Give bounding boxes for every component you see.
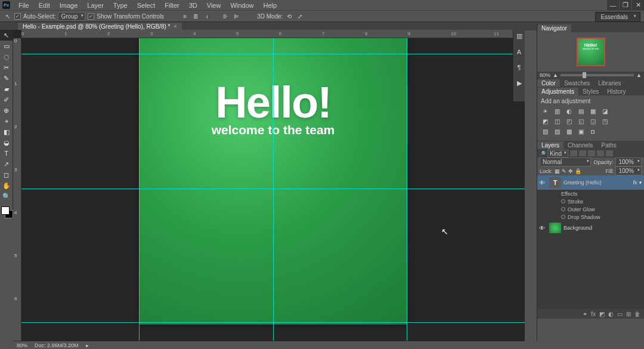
tool-healing[interactable]: ▰	[0, 84, 13, 94]
auto-select-dropdown[interactable]: Group	[58, 12, 85, 21]
menu-layer[interactable]: Layer	[82, 1, 109, 10]
guide-horizontal[interactable]	[21, 54, 525, 54]
tab-styles[interactable]: Styles	[578, 88, 603, 95]
menu-edit[interactable]: Edit	[34, 1, 55, 10]
adjustment-icon[interactable]: ▤	[577, 107, 585, 115]
distribute-icon-2[interactable]: ⊫	[232, 12, 240, 20]
filter-type-icon[interactable]	[588, 150, 595, 156]
fx-icon[interactable]: fx	[591, 311, 596, 317]
adjustment-icon[interactable]: ◰	[565, 117, 573, 125]
lock-trans-icon[interactable]: ▦	[555, 168, 560, 174]
ruler-vertical[interactable]: 0 1 2 3 4 5 6	[13, 38, 21, 341]
adjustment-icon[interactable]: ◱	[577, 117, 585, 125]
status-doc[interactable]: Doc: 2.86M/3.20M	[35, 342, 79, 348]
align-icon-3[interactable]: ⫞	[202, 12, 210, 20]
tool-dodge[interactable]: ◒	[0, 137, 13, 148]
adjustment-icon[interactable]: ◐	[565, 107, 573, 115]
3d-icon-2[interactable]: ⤢	[296, 12, 304, 20]
tab-libraries[interactable]: Libraries	[594, 79, 625, 87]
document-tab[interactable]: Hello - Example.psd @ 80% (Greeting (Hel…	[18, 23, 182, 30]
tab-channels[interactable]: Channels	[564, 141, 597, 149]
workspace-switcher[interactable]: Essentials	[595, 12, 640, 22]
guide-vertical[interactable]	[273, 38, 274, 341]
adjustment-icon[interactable]: ◘	[589, 127, 597, 135]
adjustment-icon[interactable]: ◲	[589, 117, 597, 125]
adjustment-icon[interactable]: ◳	[600, 117, 609, 125]
histogram-icon[interactable]: ▥	[516, 32, 522, 40]
group-icon[interactable]: ▭	[617, 311, 623, 317]
new-layer-icon[interactable]: ⊞	[626, 311, 631, 317]
guide-vertical[interactable]	[407, 38, 407, 341]
layer-name[interactable]: Greeting (Hello)	[564, 180, 602, 186]
filter-adjust-icon[interactable]	[579, 150, 586, 156]
fx-badge[interactable]: fx ▾	[633, 180, 644, 186]
close-tab-icon[interactable]: ×	[174, 23, 177, 29]
tool-stamp[interactable]: ⊕	[0, 105, 13, 116]
menu-3d[interactable]: 3D	[184, 1, 202, 10]
status-zoom[interactable]: 80%	[17, 342, 27, 348]
tool-crop[interactable]: ✂	[0, 62, 13, 73]
adjustment-icon[interactable]: ▣	[577, 127, 585, 135]
tool-move[interactable]: ↖	[0, 30, 13, 41]
layer-row[interactable]: 👁 T Greeting (Hello) fx ▾	[537, 175, 644, 190]
foreground-color[interactable]	[1, 206, 10, 215]
tool-zoom[interactable]: 🔍	[0, 191, 13, 202]
navigator-panel[interactable]: Hello! welcome to the team	[537, 32, 644, 72]
blend-mode-dropdown[interactable]: Normal	[540, 157, 591, 166]
character-icon[interactable]: A	[517, 48, 521, 55]
adjustment-icon[interactable]: ☀	[541, 107, 549, 115]
fx-drop-shadow[interactable]: Drop Shadow	[537, 213, 644, 221]
layer-thumbnail[interactable]: T	[549, 177, 561, 188]
lock-pos-icon[interactable]: ✥	[568, 168, 573, 174]
opacity-input[interactable]: 100%	[615, 157, 642, 166]
menu-image[interactable]: Image	[55, 1, 83, 10]
visibility-icon[interactable]: 👁	[537, 180, 547, 186]
tool-eraser[interactable]: ⌖	[0, 116, 13, 126]
trash-icon[interactable]: 🗑	[634, 311, 640, 317]
tab-adjustments[interactable]: Adjustments	[537, 88, 578, 95]
menu-help[interactable]: Help	[259, 1, 282, 10]
play-icon[interactable]: ▶	[517, 79, 522, 87]
tab-navigator[interactable]: Navigator	[537, 24, 571, 32]
menu-file[interactable]: File	[14, 1, 34, 10]
tool-gradient[interactable]: ◧	[0, 126, 13, 137]
link-icon[interactable]: ⚭	[583, 311, 587, 317]
tool-hand[interactable]: ✋	[0, 180, 13, 191]
tool-brush[interactable]: ✐	[0, 94, 13, 105]
fx-stroke[interactable]: Stroke	[537, 197, 644, 205]
close-button[interactable]: ✕	[632, 0, 644, 10]
zoom-out-icon[interactable]: ▲	[553, 72, 558, 78]
fx-effects-label[interactable]: Effects	[537, 190, 644, 197]
tab-layers[interactable]: Layers	[537, 141, 564, 149]
zoom-value[interactable]: 80%	[540, 72, 550, 78]
color-swatches[interactable]	[0, 205, 13, 220]
menu-window[interactable]: Window	[225, 1, 258, 10]
tab-color[interactable]: Color	[537, 79, 560, 87]
navigator-thumbnail[interactable]: Hello! welcome to the team	[577, 38, 605, 66]
adjustment-icon[interactable]: ◩	[541, 117, 549, 125]
visibility-icon[interactable]: 👁	[537, 225, 547, 231]
adjustment-icon[interactable]: ▨	[541, 127, 549, 135]
align-icon[interactable]: ≡	[181, 12, 189, 20]
3d-icon-1[interactable]: ⟲	[285, 12, 293, 20]
guide-horizontal[interactable]	[21, 322, 525, 323]
tool-eyedropper[interactable]: ✎	[0, 73, 13, 84]
guide-vertical[interactable]	[139, 38, 140, 341]
zoom-in-icon[interactable]: ▲	[636, 72, 642, 78]
ruler-horizontal[interactable]: 0 1 2 3 4 5 6 7 8 9 10 11 12	[21, 30, 525, 38]
status-flyout-icon[interactable]: ▸	[86, 342, 89, 348]
paragraph-icon[interactable]: ¶	[518, 64, 521, 71]
filter-kind-dropdown[interactable]: Kind	[547, 150, 568, 157]
layer-thumbnail[interactable]	[549, 223, 561, 233]
tool-type[interactable]: T	[0, 148, 13, 159]
filter-pixel-icon[interactable]	[570, 150, 577, 156]
layer-row[interactable]: 👁 Background	[537, 221, 644, 235]
lock-all-icon[interactable]: 🔒	[575, 168, 581, 174]
menu-filter[interactable]: Filter	[160, 1, 184, 10]
tool-marquee[interactable]: ▭	[0, 41, 13, 51]
adjustment-icon[interactable]: ◪	[600, 107, 609, 115]
zoom-slider[interactable]	[561, 74, 634, 76]
canvas[interactable]: Hello! welcome to the team	[21, 38, 525, 341]
maximize-button[interactable]: ❐	[620, 0, 631, 10]
tab-swatches[interactable]: Swatches	[560, 79, 594, 87]
